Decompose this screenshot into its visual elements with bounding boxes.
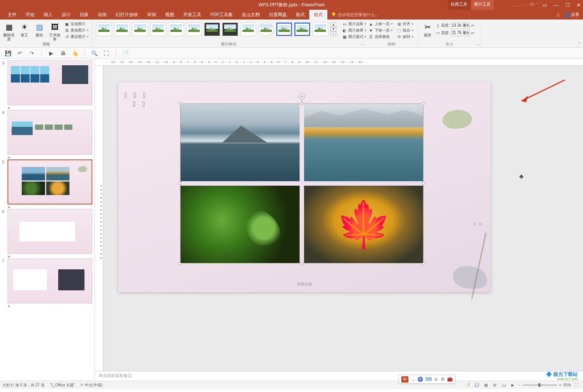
minimize-icon[interactable]: — xyxy=(554,2,559,8)
tab-review[interactable]: 审阅 xyxy=(143,10,161,20)
crop-button[interactable]: ✂ 裁剪 xyxy=(420,20,435,37)
touch-mode-button[interactable]: 👆 xyxy=(71,49,79,57)
collapse-ribbon-icon[interactable]: ⌃ xyxy=(578,42,581,46)
picture-maple-leaf[interactable] xyxy=(304,186,423,263)
zoom-button[interactable]: 🔍 xyxy=(90,49,98,57)
animation-indicator-icon[interactable]: ★ xyxy=(8,304,92,308)
slide-canvas[interactable]: 𓅯 𓅮 𓅯 𓅮 𓅯 ⟳ xyxy=(118,82,491,292)
change-picture-button[interactable]: 🖻更改图片▾ xyxy=(63,27,90,33)
reading-view-button[interactable]: 📖 xyxy=(500,382,507,388)
rotate-handle[interactable]: ⟳ xyxy=(299,93,305,99)
slide-sorter-view-button[interactable]: ⊞ xyxy=(491,382,498,388)
ribbon-display-options-icon[interactable]: ▭ xyxy=(542,2,547,8)
slide-thumb-3[interactable]: 3 xyxy=(2,60,92,105)
resize-handle-n[interactable] xyxy=(300,102,303,105)
tab-transition[interactable]: 切换 xyxy=(75,10,93,20)
close-icon[interactable]: ✕ xyxy=(577,2,581,8)
tab-baidu[interactable]: 百度网盘 xyxy=(264,10,291,20)
slide-thumb-4[interactable]: 4 xyxy=(2,110,92,155)
zoom-slider[interactable] xyxy=(523,384,557,386)
rotate-button[interactable]: ⟳旋转▾ xyxy=(395,34,414,40)
drawing-tools-tab[interactable]: 绘图工具 xyxy=(448,0,470,10)
align-button[interactable]: ⊞对齐▾ xyxy=(395,21,414,27)
warning-icon[interactable]: ⚠ xyxy=(556,12,561,18)
horizontal-ruler[interactable]: · · ·16· · ·15· · ·14· · ·13· · ·12· · ·… xyxy=(95,59,583,66)
style-thumb-2[interactable] xyxy=(114,23,130,36)
height-stepper[interactable]: ▴▾ xyxy=(471,24,474,27)
tab-home[interactable]: 开始 xyxy=(21,10,39,20)
undo-button[interactable]: ↶ xyxy=(16,49,24,57)
style-thumb-1[interactable] xyxy=(96,23,112,36)
tab-design[interactable]: 设计 xyxy=(57,10,75,20)
picture-effects-button[interactable]: ◐图片效果▾ xyxy=(341,27,368,33)
picture-mountain-lake[interactable] xyxy=(181,104,300,181)
width-input[interactable] xyxy=(451,30,470,36)
width-stepper[interactable]: ▴▾ xyxy=(471,32,474,35)
tab-insert[interactable]: 插入 xyxy=(39,10,57,20)
language-status[interactable]: 🏳 中文(中国) xyxy=(80,383,102,388)
style-thumb-11[interactable] xyxy=(276,23,292,36)
picture-green-leaves[interactable] xyxy=(181,186,300,263)
ime-input-icon[interactable]: ⌨ xyxy=(425,377,432,382)
tab-pdf[interactable]: PDF工具集 xyxy=(206,10,237,20)
quick-print-button[interactable]: 🖶 xyxy=(59,49,67,57)
corrections-button[interactable]: ☀ 更正 xyxy=(18,20,32,37)
size-dialog-launcher[interactable]: ⤡ xyxy=(477,43,479,47)
comments-button[interactable]: 💬 xyxy=(473,382,480,388)
tab-format-picture[interactable]: 格式 xyxy=(309,10,327,20)
remove-background-button[interactable]: ▦ 删除背景 xyxy=(2,20,16,41)
color-button[interactable]: ▨ 颜色 xyxy=(33,20,47,37)
picture-tools-tab[interactable]: 图片工具 xyxy=(471,0,494,10)
fit-to-window-button[interactable]: ⛶ xyxy=(102,49,110,57)
style-thumb-7[interactable] xyxy=(204,23,220,36)
slideshow-view-button[interactable]: ▶ xyxy=(509,382,516,388)
slide-thumb-5[interactable]: 5 xyxy=(2,159,92,204)
redo-button[interactable]: ↷ xyxy=(28,49,36,57)
picture-layout-button[interactable]: ▦图片版式▾ xyxy=(341,34,368,40)
tell-me-search[interactable]: 💡 告诉我您想要做什么... xyxy=(331,12,378,18)
slide-thumbnail-pane[interactable]: 3 ★ 4 ★ 5 ★ 6 ★ xyxy=(0,59,95,381)
tab-animation[interactable]: 动画 xyxy=(93,10,111,20)
compress-picture-button[interactable]: ▣压缩图片 xyxy=(63,21,90,27)
slideshow-from-beginning-button[interactable]: ▶ xyxy=(47,49,55,57)
animation-indicator-icon[interactable]: ★ xyxy=(8,205,92,209)
style-thumb-12[interactable] xyxy=(294,23,310,36)
style-thumb-10[interactable] xyxy=(258,23,274,36)
height-input[interactable] xyxy=(451,23,470,29)
style-thumb-4[interactable] xyxy=(150,23,166,36)
macros-button[interactable]: 📄 xyxy=(121,49,130,57)
send-backward-button[interactable]: ▼下移一层▾ xyxy=(367,27,394,33)
slide-thumb-6[interactable]: 6 xyxy=(2,209,92,254)
bring-forward-button[interactable]: ▲上移一层▾ xyxy=(367,21,394,27)
style-thumb-6[interactable] xyxy=(186,23,202,36)
thumb-preview[interactable] xyxy=(8,110,92,155)
animation-indicator-icon[interactable]: ★ xyxy=(8,106,92,110)
zoom-out-button[interactable]: − xyxy=(518,383,521,387)
artistic-effects-button[interactable]: 🖼 艺术效果 xyxy=(48,20,62,41)
ime-punctuation[interactable]: ， xyxy=(411,376,415,383)
maximize-icon[interactable]: ☐ xyxy=(565,2,570,8)
ime-keyboard-icon[interactable]: 🧿 xyxy=(417,377,423,382)
slide-thumb-7[interactable]: 7 xyxy=(2,258,92,303)
selected-picture-group[interactable]: ⟳ xyxy=(181,104,423,263)
gallery-row-down[interactable]: ▾ xyxy=(330,27,336,32)
fit-slide-button[interactable]: ⛶ xyxy=(573,382,580,388)
tab-format-drawing[interactable]: 格式 xyxy=(291,10,309,20)
theme-status[interactable]: "1_Office 主题" xyxy=(50,383,75,388)
gallery-expand[interactable]: ⌄ xyxy=(330,32,336,36)
picture-border-button[interactable]: ▭图片边框▾ xyxy=(341,21,368,27)
resize-handle-s[interactable] xyxy=(300,262,303,265)
notes-toggle-button[interactable]: 📝 xyxy=(464,382,471,388)
normal-view-button[interactable]: ▦ xyxy=(482,382,489,388)
style-thumb-13[interactable] xyxy=(312,23,328,36)
picture-autumn-lake[interactable] xyxy=(304,104,423,181)
save-button[interactable]: 💾 xyxy=(4,49,12,57)
tab-kdocs[interactable]: 金山文档 xyxy=(237,10,264,20)
zoom-in-button[interactable]: + xyxy=(559,383,561,387)
thumb-preview-selected[interactable] xyxy=(8,159,92,204)
resize-handle-e[interactable] xyxy=(422,182,425,185)
style-thumb-3[interactable] xyxy=(132,23,148,36)
vertical-ruler[interactable]: 9 8 7 6 5 4 3 2 1 0 1 2 3 4 5 6 7 8 9 xyxy=(95,66,103,371)
tab-view[interactable]: 视图 xyxy=(161,10,179,20)
thumb-preview[interactable] xyxy=(8,60,92,105)
